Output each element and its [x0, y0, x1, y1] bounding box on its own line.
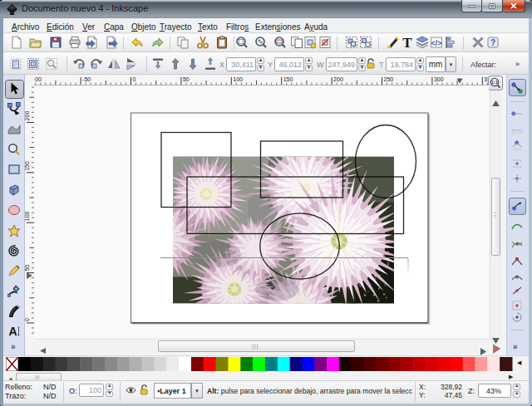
svg-text:200: 200 [25, 111, 30, 121]
svg-text:</>: </> [431, 39, 441, 47]
svg-text:0: 0 [25, 318, 30, 321]
svg-text:00: 00 [35, 76, 42, 82]
svg-text:150: 150 [25, 161, 30, 171]
svg-text:?: ? [490, 38, 495, 47]
svg-text:50: 50 [25, 265, 30, 271]
svg-text:200: 200 [333, 76, 343, 82]
svg-text:250: 250 [384, 76, 394, 82]
svg-text:0: 0 [133, 76, 136, 82]
svg-text:100: 100 [233, 76, 243, 82]
svg-text:T: T [402, 36, 412, 49]
svg-text:300: 300 [434, 76, 444, 82]
svg-text:50: 50 [183, 76, 190, 82]
svg-text:1:1: 1:1 [491, 80, 498, 85]
svg-text:A: A [8, 325, 17, 338]
svg-text:100: 100 [25, 211, 30, 221]
svg-text:150: 150 [283, 76, 293, 82]
svg-text:-50: -50 [82, 76, 91, 82]
